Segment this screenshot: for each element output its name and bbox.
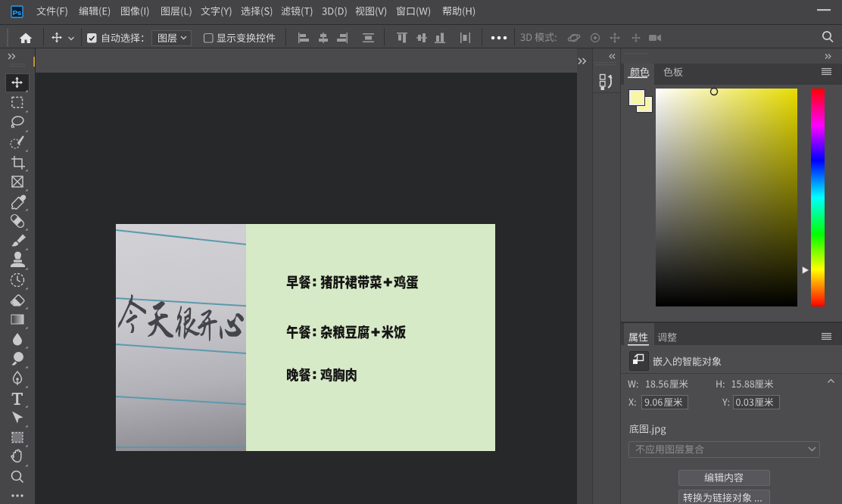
svg-text:Ps: Ps xyxy=(13,8,22,17)
